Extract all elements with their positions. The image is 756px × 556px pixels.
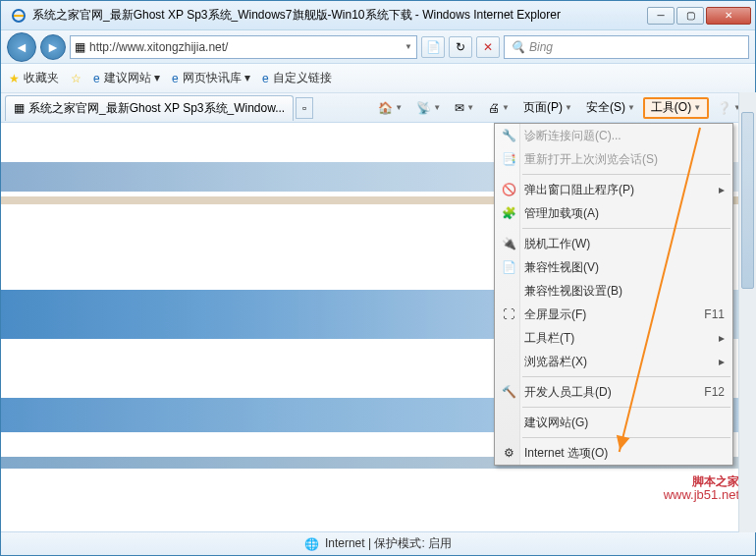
home-button[interactable]: 🏠▼	[372, 97, 408, 119]
fav-link-suggest[interactable]: e建议网站 ▾	[93, 70, 160, 86]
search-placeholder: Bing	[529, 40, 553, 54]
rss-icon: 📡	[416, 101, 431, 115]
forward-button[interactable]: ►	[40, 34, 66, 60]
tools-dropdown-menu: 🔧诊断连接问题(C)... 📑重新打开上次浏览会话(S) 🚫弹出窗口阻止程序(P…	[494, 123, 733, 466]
search-input[interactable]: 🔍 Bing	[504, 35, 749, 59]
window-title: 系统之家官网_最新Ghost XP Sp3系统_Windows7旗舰版-Win1…	[32, 7, 647, 24]
home-icon: 🏠	[378, 101, 393, 115]
print-button[interactable]: 🖨▼	[482, 97, 515, 119]
tab-bar: ▦ 系统之家官网_最新Ghost XP Sp3系统_Window... ▫ 🏠▼…	[1, 93, 755, 123]
options-icon: ⚙	[501, 446, 516, 460]
internet-zone-icon: 🌐	[304, 537, 319, 551]
ie-icon: e	[262, 72, 269, 85]
search-icon: 🔍	[511, 40, 525, 54]
titlebar: 系统之家官网_最新Ghost XP Sp3系统_Windows7旗舰版-Win1…	[1, 1, 755, 30]
menu-internet-options[interactable]: ⚙Internet 选项(O)	[495, 441, 732, 465]
menu-suggested-sites[interactable]: 建议网站(G)	[495, 411, 732, 434]
fav-link-custom[interactable]: e自定义链接	[262, 70, 332, 86]
ie-logo-icon	[11, 8, 27, 24]
menu-toolbars[interactable]: 工具栏(T)▸	[495, 326, 732, 350]
reopen-icon: 📑	[501, 152, 516, 166]
fullscreen-icon: ⛶	[501, 307, 516, 321]
stop-button[interactable]: ✕	[476, 36, 500, 58]
back-button[interactable]: ◄	[7, 32, 36, 62]
offline-icon: 🔌	[501, 237, 516, 250]
menu-fullscreen[interactable]: ⛶全屏显示(F)F11	[495, 303, 732, 326]
scroll-thumb[interactable]	[741, 112, 754, 289]
mail-icon: ✉	[455, 101, 464, 115]
tools-menu-button[interactable]: 工具(O)▼	[643, 97, 709, 119]
menu-manage-addons[interactable]: 🧩管理加载项(A)	[495, 201, 732, 225]
maximize-button[interactable]: ▢	[676, 7, 704, 25]
ie-icon: e	[93, 72, 100, 85]
status-text: Internet | 保护模式: 启用	[325, 535, 452, 552]
print-icon: 🖨	[488, 101, 500, 115]
vertical-scrollbar[interactable]	[738, 92, 756, 532]
feeds-button[interactable]: 📡▼	[410, 97, 447, 119]
tab-favicon-icon: ▦	[14, 101, 25, 115]
dropdown-icon[interactable]: ▼	[405, 42, 412, 51]
star-icon: ★	[9, 72, 20, 85]
minimize-button[interactable]: ─	[647, 7, 675, 25]
favorites-button[interactable]: ★收藏夹	[9, 70, 59, 86]
add-favorite-button[interactable]: ☆	[71, 72, 81, 85]
refresh-button[interactable]: ↻	[449, 36, 472, 58]
browser-tab[interactable]: ▦ 系统之家官网_最新Ghost XP Sp3系统_Window...	[5, 95, 294, 121]
menu-explorer-bars[interactable]: 浏览器栏(X)▸	[495, 350, 732, 373]
url-input[interactable]: ▦ http://www.xitongzhijia.net/ ▼	[70, 35, 417, 59]
tab-title: 系统之家官网_最新Ghost XP Sp3系统_Window...	[28, 100, 285, 117]
url-text: http://www.xitongzhijia.net/	[89, 40, 401, 54]
close-button[interactable]: ✕	[706, 7, 751, 25]
compat-icon: 📄	[501, 260, 516, 274]
menu-compat-settings[interactable]: 兼容性视图设置(B)	[495, 279, 732, 303]
new-tab-button[interactable]: ▫	[296, 97, 313, 119]
status-bar: 🌐 Internet | 保护模式: 启用	[1, 531, 755, 555]
diagnose-icon: 🔧	[501, 129, 516, 142]
compat-button[interactable]: 📄	[421, 36, 445, 58]
addons-icon: 🧩	[501, 206, 516, 220]
safety-menu-button[interactable]: 安全(S)▼	[580, 97, 641, 119]
page-content: 🔧诊断连接问题(C)... 📑重新打开上次浏览会话(S) 🚫弹出窗口阻止程序(P…	[1, 123, 755, 531]
devtools-icon: 🔨	[501, 385, 516, 399]
menu-work-offline[interactable]: 🔌脱机工作(W)	[495, 232, 732, 255]
watermark: 脚本之家 www.jb51.net	[664, 475, 739, 502]
fav-link-feeds[interactable]: e网页快讯库 ▾	[172, 70, 250, 86]
menu-diagnose[interactable]: 🔧诊断连接问题(C)...	[495, 124, 732, 147]
address-bar: ◄ ► ▦ http://www.xitongzhijia.net/ ▼ 📄 ↻…	[1, 30, 755, 64]
popup-icon: 🚫	[501, 183, 516, 196]
mail-button[interactable]: ✉▼	[449, 97, 480, 119]
menu-dev-tools[interactable]: 🔨开发人员工具(D)F12	[495, 380, 732, 404]
menu-reopen-session[interactable]: 📑重新打开上次浏览会话(S)	[495, 147, 732, 171]
page-menu-button[interactable]: 页面(P)▼	[517, 97, 578, 119]
favorites-bar: ★收藏夹 ☆ e建议网站 ▾ e网页快讯库 ▾ e自定义链接	[1, 64, 755, 93]
menu-popup-blocker[interactable]: 🚫弹出窗口阻止程序(P)▸	[495, 178, 732, 201]
ie-icon: e	[172, 72, 179, 85]
menu-compat-view[interactable]: 📄兼容性视图(V)	[495, 255, 732, 279]
star-add-icon: ☆	[71, 72, 81, 85]
help-icon: ❔	[717, 101, 731, 115]
page-favicon-icon: ▦	[75, 40, 85, 54]
